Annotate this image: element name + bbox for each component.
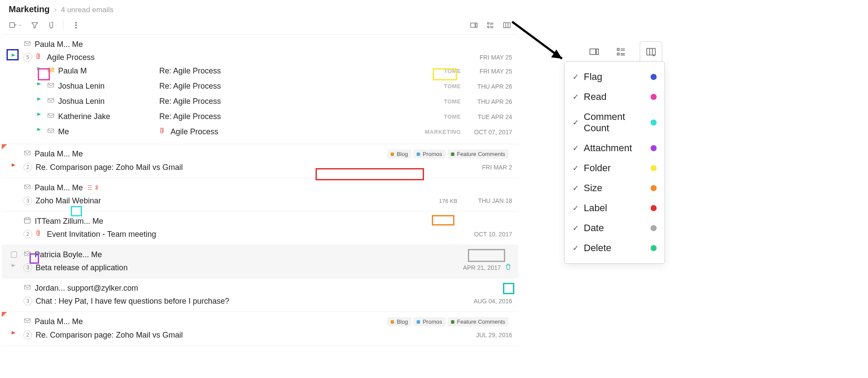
menu-item-label: Delete [584,242,646,254]
envelope-icon [23,283,31,293]
label-tag[interactable]: Feature Comments [447,317,509,326]
columns-menu-item[interactable]: ✓Folder [571,158,658,178]
flag-icon[interactable] [10,162,18,172]
thread-child-row[interactable]: Paula MRe: Agile ProcessTOMEFRI MAY 25 [20,63,512,79]
subject-label: Re. Comparison page: Zoho Mail vs Gmail [36,163,183,172]
svg-rect-7 [487,27,489,28]
svg-rect-11 [48,83,54,87]
date-label: FRI MAY 25 [464,68,512,75]
envelope-icon [23,149,31,159]
unread-indicator [2,144,7,149]
date-label: TUE APR 24 [464,113,512,120]
conversation[interactable]: Paula M... Me33Zoho Mail Webinar176 KBTH… [2,178,518,212]
columns-menu-item[interactable]: ✓Flag [571,67,658,87]
svg-rect-10 [48,68,54,72]
check-icon: ✓ [572,203,579,213]
columns-menu-item[interactable]: ✓Date [571,218,658,238]
svg-rect-18 [24,252,30,255]
attachments-view-icon[interactable] [47,21,56,30]
thread-count-badge: 3 [23,196,32,205]
conversation[interactable]: Paula M... Me5Agile ProcessFRI MAY 25Pau… [2,35,518,144]
flag-icon[interactable] [36,81,43,91]
menu-item-label: Size [584,182,646,194]
sender-label: Joshua Lenin [58,82,156,91]
thread-child-row[interactable]: MeAgile ProcessMARKETINGOCT 07, 2017 [20,124,512,139]
columns-menu-item[interactable]: ✓Attachment [571,138,658,158]
sender-label: Katherine Jake [58,112,156,121]
menu-color-dot [651,145,657,151]
conversation[interactable]: Patricia Boyle... Me3Beta release of app… [2,245,518,279]
subject-label: Re. Comparison page: Zoho Mail vs Gmail [36,331,183,340]
conversation[interactable]: Paula M... MeBlogPromosFeature Comments2… [2,312,518,346]
folder-tag: TOME [444,113,461,120]
flag-icon[interactable] [36,66,43,76]
side-view-list-icon[interactable] [613,43,629,60]
select-all-dropdown[interactable] [9,21,23,30]
thread-count-badge: 2 [23,331,32,339]
flag-icon[interactable] [10,330,18,340]
flag-icon[interactable] [10,53,18,63]
subject-label: Beta release of application [36,263,128,272]
flag-icon[interactable] [10,263,18,273]
label-color-dot [417,320,420,324]
view-list-icon[interactable] [486,21,495,30]
menu-item-label: Read [584,91,646,103]
subject-label: Agile Process [47,53,95,62]
label-tag[interactable]: Promos [413,149,446,159]
thread-children: Paula MRe: Agile ProcessTOMEFRI MAY 25Jo… [20,63,512,139]
date-label: FRI MAR 2 [464,164,512,171]
select-checkbox[interactable] [11,252,17,258]
menu-color-dot [651,165,657,171]
calendar-icon [23,216,31,226]
side-view-card-icon[interactable] [586,43,602,60]
side-view-columns-icon[interactable] [640,41,662,62]
date-label: APR 21, 2017 [453,264,501,271]
menu-item-label: Folder [584,162,646,174]
menu-color-dot [651,74,657,80]
label-color-dot [391,320,394,324]
check-icon: ✓ [572,72,579,82]
delete-icon[interactable] [504,263,512,273]
columns-menu-item[interactable]: ✓Comment Count [571,107,658,138]
columns-menu-item[interactable]: ✓Read [571,87,658,107]
thread-child-row[interactable]: Joshua LeninRe: Agile ProcessTOMETHU APR… [20,79,512,94]
flag-icon[interactable] [36,96,43,106]
conversation[interactable]: Jordan... support@zylker.com3Chat : Hey … [2,279,518,312]
columns-menu-item[interactable]: ✓Delete [571,238,658,258]
conversation[interactable]: Paula M... MeBlogPromosFeature Comments2… [2,144,518,178]
svg-rect-12 [48,99,54,103]
date-label: AUG 04, 2016 [464,298,512,305]
thread-child-row[interactable]: Joshua LeninRe: Agile ProcessTOMETHU APR… [20,94,512,109]
svg-rect-27 [647,48,655,55]
label-tag[interactable]: Feature Comments [447,149,509,159]
svg-rect-5 [476,23,477,27]
toolbar-divider [63,20,64,30]
svg-point-1 [76,22,76,23]
menu-item-label: Comment Count [584,111,646,134]
columns-menu-item[interactable]: ✓Size [571,178,658,198]
attachment-icon [36,53,43,63]
label-color-dot [391,153,394,156]
more-menu-icon[interactable] [72,21,80,30]
label-tag[interactable]: Blog [387,149,411,159]
flag-icon[interactable] [36,112,43,122]
thread-child-row[interactable]: Katherine JakeRe: Agile ProcessTOMETUE A… [20,109,512,124]
filter-icon[interactable] [30,21,39,30]
check-icon: ✓ [572,143,579,153]
view-card-icon[interactable] [470,21,478,30]
envelope-icon [47,127,55,137]
subject-label: Re: Agile Process [159,112,221,121]
label-tag[interactable]: Promos [413,317,446,326]
label-text: Feature Comments [457,151,505,157]
svg-rect-4 [471,23,475,27]
label-tag[interactable]: Blog [387,317,411,326]
columns-menu-item[interactable]: ✓Label [571,198,658,218]
menu-color-dot [651,245,657,251]
conversation[interactable]: ITTeam Zillum... Me2Event Invitation - T… [2,212,518,245]
envelope-icon [47,81,55,91]
flag-icon[interactable] [36,127,43,137]
menu-item-label: Label [584,202,646,214]
menu-color-dot [651,205,657,211]
date-label: THU APR 26 [464,98,512,105]
check-icon: ✓ [572,163,579,173]
